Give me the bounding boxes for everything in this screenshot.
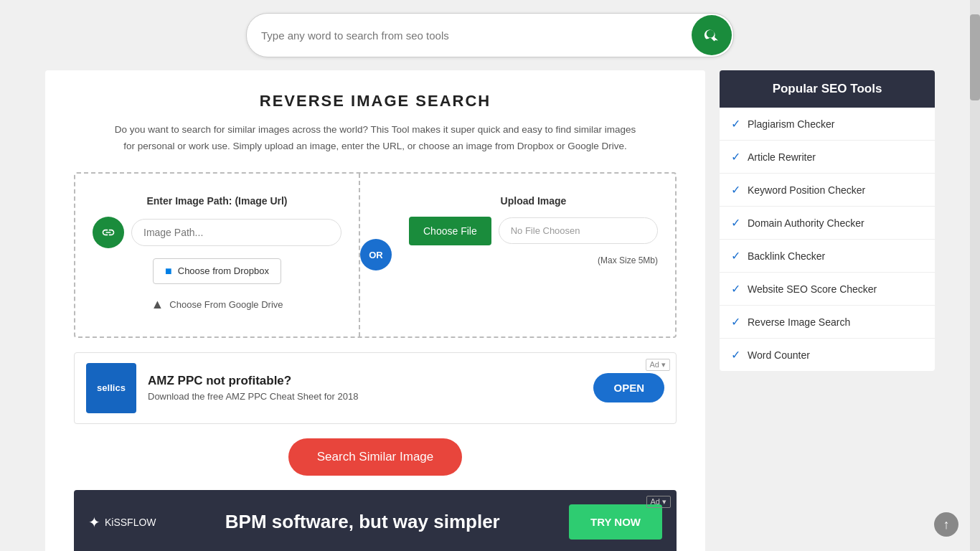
description-line1: Do you want to search for similar images… <box>115 124 636 135</box>
upload-label: Upload Image <box>501 195 567 207</box>
search-wrapper <box>246 13 734 57</box>
ad-banner-2: Ad ▾ ✦ KiSSFLOW BPM software, but way si… <box>74 490 677 551</box>
sidebar-label: Reverse Image Search <box>748 316 850 328</box>
check-icon: ✓ <box>731 315 740 329</box>
sidebar-item-keyword-position[interactable]: ✓ Keyword Position Checker <box>720 174 935 207</box>
dropbox-button[interactable]: ■ Choose from Dropbox <box>153 258 281 284</box>
sidebar-item-backlink[interactable]: ✓ Backlink Checker <box>720 240 935 273</box>
page-description: Do you want to search for similar images… <box>74 122 677 155</box>
sidebar-label: Website SEO Score Checker <box>748 283 877 295</box>
scrollbar-thumb[interactable] <box>970 14 980 100</box>
check-icon: ✓ <box>731 216 740 230</box>
ad-title-1: AMZ PPC not profitable? <box>148 374 582 388</box>
sidebar-item-article-rewriter[interactable]: ✓ Article Rewriter <box>720 141 935 174</box>
ad-label-2: Ad ▾ <box>646 496 671 508</box>
check-icon: ✓ <box>731 183 740 197</box>
search-button[interactable] <box>692 15 732 55</box>
page-title: REVERSE IMAGE SEARCH <box>74 92 677 110</box>
check-icon: ✓ <box>731 117 740 131</box>
ad-open-button[interactable]: OPEN <box>593 373 664 402</box>
back-to-top-button[interactable]: ↑ <box>934 512 958 537</box>
sidebar-item-plagiarism[interactable]: ✓ Plagiarism Checker <box>720 108 935 141</box>
sidebar-item-word-counter[interactable]: ✓ Word Counter <box>720 339 935 371</box>
sidebar-tools: Popular SEO Tools ✓ Plagiarism Checker ✓… <box>720 70 935 371</box>
sidebar-label: Backlink Checker <box>748 250 825 262</box>
url-input-row <box>93 217 341 248</box>
ad-banner-1: Ad ▾ sellics AMZ PPC not profitable? Dow… <box>74 352 677 424</box>
file-side: Upload Image Choose File No File Choosen… <box>392 174 675 336</box>
url-icon-button[interactable] <box>93 217 124 248</box>
sidebar-item-website-seo[interactable]: ✓ Website SEO Score Checker <box>720 273 935 306</box>
check-icon: ✓ <box>731 282 740 296</box>
check-icon: ✓ <box>731 150 740 164</box>
dropbox-icon: ■ <box>165 265 172 278</box>
check-icon: ✓ <box>731 249 740 263</box>
file-name-display: No File Choosen <box>499 217 658 244</box>
search-similar-button[interactable]: Search Similar Image <box>288 438 463 476</box>
url-input[interactable] <box>131 219 341 246</box>
sidebar: Popular SEO Tools ✓ Plagiarism Checker ✓… <box>720 70 935 551</box>
sidebar-header: Popular SEO Tools <box>720 70 935 108</box>
search-input[interactable] <box>247 21 690 50</box>
ad-content-1: AMZ PPC not profitable? Download the fre… <box>148 374 582 402</box>
main-layout: REVERSE IMAGE SEARCH Do you want to sear… <box>31 70 949 551</box>
sidebar-item-reverse-image[interactable]: ✓ Reverse Image Search <box>720 306 935 339</box>
scrollbar[interactable] <box>970 0 980 551</box>
kissflow-logo: ✦ KiSSFLOW <box>88 514 156 531</box>
choose-file-button[interactable]: Choose File <box>409 217 491 245</box>
url-label: Enter Image Path: (Image Url) <box>146 195 287 207</box>
file-input-row: Choose File No File Choosen <box>409 217 658 245</box>
sidebar-label: Word Counter <box>748 349 810 361</box>
ad-subtitle-1: Download the free AMZ PPC Cheat Sheet fo… <box>148 391 582 402</box>
gdrive-label: Choose From Google Drive <box>169 299 283 310</box>
content-area: REVERSE IMAGE SEARCH Do you want to sear… <box>45 70 705 551</box>
max-size-text: (Max Size 5Mb) <box>598 255 658 265</box>
sidebar-label: Plagiarism Checker <box>748 118 834 130</box>
sellics-logo: sellics <box>86 363 136 413</box>
dropbox-label: Choose from Dropbox <box>178 265 269 276</box>
url-side: Enter Image Path: (Image Url) ■ Choose f… <box>75 174 360 336</box>
ad2-trynow-button[interactable]: TRY NOW <box>569 504 662 540</box>
gdrive-icon: ▲ <box>151 297 164 312</box>
check-icon: ✓ <box>731 348 740 362</box>
ad2-title: BPM software, but way simpler <box>171 511 555 533</box>
kissflow-icon: ✦ <box>88 514 100 531</box>
sidebar-label: Article Rewriter <box>748 151 816 163</box>
sidebar-item-domain-authority[interactable]: ✓ Domain Authority Checker <box>720 207 935 240</box>
top-search-bar <box>0 0 980 70</box>
or-divider: OR <box>360 239 392 270</box>
description-line2: for personal or work use. Simply upload … <box>123 141 627 151</box>
ad-label-1: Ad ▾ <box>646 359 670 371</box>
gdrive-button[interactable]: ▲ Choose From Google Drive <box>151 294 283 315</box>
sidebar-label: Keyword Position Checker <box>748 184 865 196</box>
sidebar-label: Domain Authority Checker <box>748 217 864 229</box>
upload-section: Enter Image Path: (Image Url) ■ Choose f… <box>74 172 677 338</box>
